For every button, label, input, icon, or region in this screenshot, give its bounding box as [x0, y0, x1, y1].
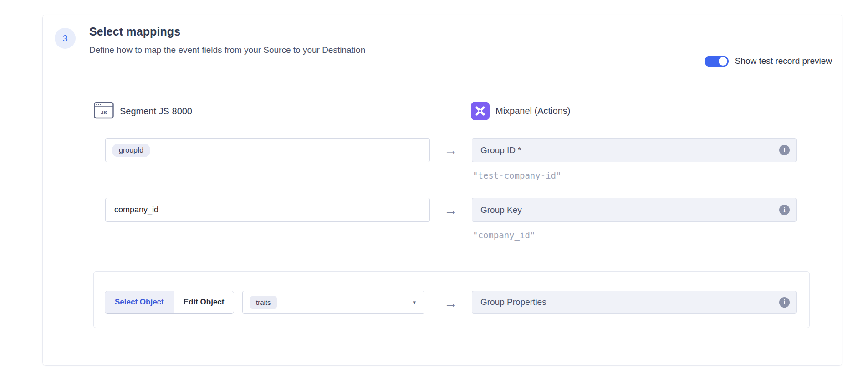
mixpanel-icon: [471, 102, 490, 120]
arrow-right-icon: →: [440, 296, 462, 310]
test-record-preview-control: Show test record preview: [705, 53, 832, 69]
destination-column-header: Mixpanel (Actions): [471, 102, 571, 120]
destination-field: Group Properties i: [472, 291, 797, 314]
destination-field: Group ID * i: [472, 138, 797, 162]
source-name: Segment JS 8000: [120, 106, 192, 117]
page-title: Select mappings: [89, 25, 180, 38]
object-mode-button-group: Select Object Edit Object: [105, 291, 234, 314]
destination-field-label: Group Properties: [480, 297, 546, 307]
step-number-badge: 3: [55, 28, 76, 49]
source-column-header: JS Segment JS 8000: [94, 102, 192, 121]
destination-field-label: Group Key: [480, 205, 522, 215]
toggle-label: Show test record preview: [735, 56, 832, 66]
object-select-dropdown[interactable]: traits ▾: [242, 291, 424, 314]
info-icon[interactable]: i: [779, 297, 790, 308]
test-record-preview-value: "company_id": [473, 230, 535, 240]
select-mappings-card: 3 Select mappings Define how to map the …: [42, 15, 842, 366]
chevron-down-icon: ▾: [413, 299, 416, 306]
info-icon[interactable]: i: [779, 205, 790, 215]
edit-object-button[interactable]: Edit Object: [174, 291, 234, 313]
test-record-preview-value: "test-company-id": [473, 170, 561, 180]
svg-text:JS: JS: [101, 110, 107, 115]
source-field-text: company_id: [112, 205, 158, 215]
show-test-record-preview-toggle[interactable]: [705, 56, 729, 67]
destination-field: Group Key i: [472, 198, 797, 222]
page-subtitle: Define how to map the event fields from …: [89, 45, 365, 55]
source-field-input[interactable]: company_id: [105, 198, 430, 222]
source-field-token[interactable]: groupId: [112, 144, 150, 157]
toggle-knob: [719, 57, 727, 66]
section-divider: [93, 254, 810, 254]
arrow-right-icon: →: [440, 203, 462, 217]
javascript-browser-icon: JS: [94, 102, 114, 121]
header-divider: [43, 76, 842, 76]
arrow-right-icon: →: [440, 144, 462, 157]
selected-object-chip: traits: [250, 296, 277, 309]
source-field-input[interactable]: groupId: [105, 138, 430, 162]
select-object-button[interactable]: Select Object: [105, 291, 174, 313]
destination-name: Mixpanel (Actions): [495, 106, 571, 116]
info-icon[interactable]: i: [779, 145, 790, 155]
destination-field-label: Group ID *: [480, 145, 521, 155]
